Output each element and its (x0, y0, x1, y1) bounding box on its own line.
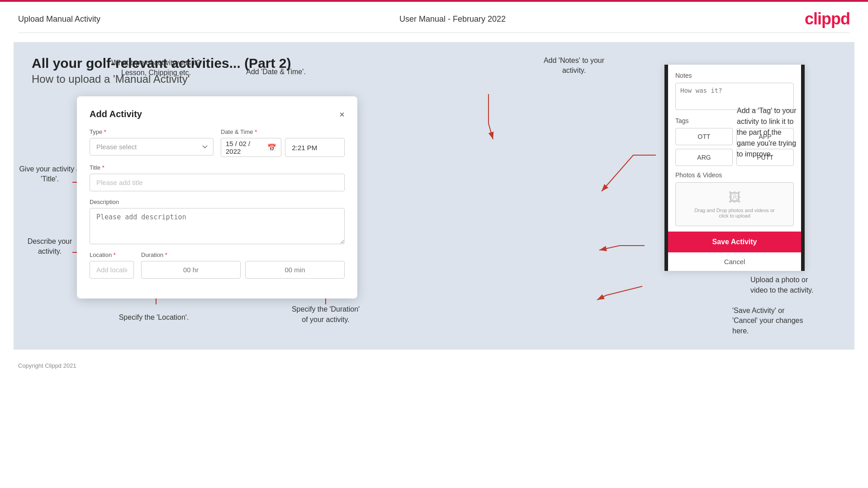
cancel-button[interactable]: Cancel (668, 252, 801, 271)
duration-inputs (141, 261, 345, 279)
tag-arg[interactable]: ARG (675, 149, 733, 166)
type-group: Type * Please select (90, 128, 213, 157)
duration-min-input[interactable] (245, 261, 345, 279)
title-label: Title * (90, 164, 345, 171)
annotation-describe: Describe your activity. (14, 237, 86, 257)
annotation-duration: Specify the 'Duration' of your activity. (276, 304, 375, 325)
duration-label: Duration * (141, 251, 345, 258)
description-textarea[interactable] (90, 208, 345, 244)
main-content: All your golf-relevant activities... (Pa… (14, 42, 854, 350)
annotation-location: Specify the 'Location'. (113, 313, 194, 322)
footer: Copyright Clippd 2021 (0, 359, 868, 373)
copyright: Copyright Clippd 2021 (18, 362, 76, 369)
location-input[interactable] (90, 261, 134, 279)
time-input[interactable]: 2:21 PM (285, 138, 345, 157)
page-title: Upload Manual Activity (18, 14, 100, 24)
location-duration-row: Location * Duration * (90, 251, 345, 279)
type-label: Type * (90, 128, 213, 135)
location-group: Location * (90, 251, 134, 279)
location-label: Location * (90, 251, 134, 258)
annotation-title: Give your activity a 'Title'. (14, 164, 86, 185)
description-label: Description (90, 199, 345, 205)
save-activity-button[interactable]: Save Activity (668, 232, 801, 252)
top-bar: Upload Manual Activity User Manual - Feb… (0, 0, 868, 33)
tag-ott[interactable]: OTT (675, 128, 733, 145)
annotation-save: 'Save Activity' or 'Cancel' your changes… (732, 306, 841, 336)
annotation-upload: Upload a photo or video to the activity. (750, 275, 841, 295)
header-divider (18, 33, 850, 33)
upload-text: Drag and Drop photos and videos or click… (680, 208, 789, 218)
manual-title: User Manual - February 2022 (399, 14, 506, 24)
photo-upload-area[interactable]: 🖼 Drag and Drop photos and videos or cli… (675, 182, 794, 226)
modal-title: Add Activity (90, 109, 142, 119)
type-select[interactable]: Please select (90, 138, 213, 156)
annotation-date-time: Add 'Date & Time'. (235, 67, 317, 77)
notes-section-label: Notes (675, 72, 794, 79)
date-input[interactable]: 15 / 02 / 2022 📅 (221, 138, 281, 157)
logo: clippd (805, 9, 850, 28)
description-group: Description (90, 199, 345, 244)
photo-icon: 🖼 (680, 190, 789, 205)
title-input[interactable] (90, 174, 345, 191)
datetime-group: Date & Time * 15 / 02 / 2022 📅 2:21 PM (221, 128, 345, 157)
duration-hr-input[interactable] (141, 261, 241, 279)
duration-group: Duration * (141, 251, 345, 279)
type-datetime-row: Type * Please select Date & Time * 15 / … (90, 128, 345, 157)
phone-panel: Notes Tags OTT APP ARG PUTT Photos & Vid… (664, 65, 805, 271)
modal-close-button[interactable]: × (339, 110, 345, 119)
datetime-label: Date & Time * (221, 128, 345, 135)
modal-header: Add Activity × (90, 109, 345, 119)
annotation-notes: Add 'Notes' to your activity. (529, 56, 619, 76)
calendar-icon: 📅 (267, 143, 276, 152)
annotation-tag: Add a 'Tag' to your activity to link it … (737, 105, 841, 160)
photos-section-label: Photos & Videos (675, 171, 794, 179)
title-group: Title * (90, 164, 345, 191)
add-activity-modal: Add Activity × Type * Please select Date… (77, 96, 357, 298)
annotation-what-type: What type of activity was it? Lesson, Ch… (111, 58, 201, 78)
